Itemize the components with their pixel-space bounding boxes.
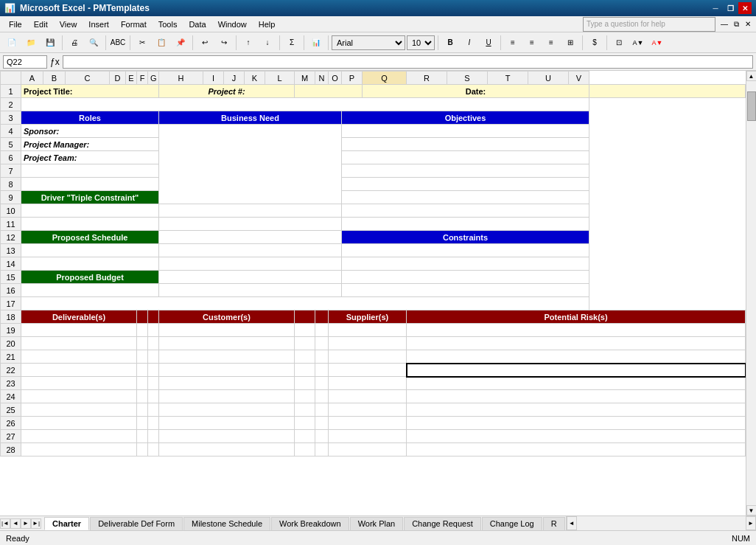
cell-cust-20[interactable]	[159, 337, 295, 350]
sum-button[interactable]: Σ	[283, 35, 301, 51]
cell-obj-10[interactable]	[342, 204, 589, 218]
menu-format[interactable]: Format	[115, 18, 153, 30]
sheet-tab-changelog[interactable]: Change Log	[482, 517, 542, 530]
cell-risk-20[interactable]	[407, 337, 746, 350]
col-header-u[interactable]: U	[528, 72, 569, 85]
font-name-combo[interactable]: Arial	[332, 35, 405, 50]
menu-tools[interactable]: Tools	[153, 18, 183, 30]
help-search[interactable]: Type a question for help	[583, 17, 715, 32]
scroll-left-button[interactable]: ◄	[567, 516, 577, 530]
formula-input[interactable]	[63, 55, 753, 69]
cell-q1[interactable]: Date:	[363, 85, 589, 98]
cell-del-22[interactable]	[21, 364, 137, 377]
scroll-thumb[interactable]	[747, 91, 756, 121]
scroll-down-button[interactable]: ▼	[746, 505, 757, 516]
cell-cust-21[interactable]	[159, 350, 295, 364]
col-header-r[interactable]: R	[407, 72, 447, 85]
cell-biz-13[interactable]	[159, 244, 342, 257]
cell-cust-22[interactable]	[159, 364, 295, 377]
col-header-p[interactable]: P	[342, 72, 363, 85]
col-header-k[interactable]: K	[245, 72, 265, 85]
scroll-up-button[interactable]: ▲	[746, 71, 757, 81]
cell-del-21[interactable]	[21, 350, 137, 364]
menu-view[interactable]: View	[54, 18, 83, 30]
currency-button[interactable]: $	[586, 35, 603, 51]
cell-con-16[interactable]	[342, 284, 589, 297]
cell-con-14[interactable]	[342, 257, 589, 271]
sheet-tab-deliverable[interactable]: Deliverable Def Form	[90, 517, 183, 530]
align-right-button[interactable]: ≡	[542, 35, 560, 51]
cell-a7[interactable]	[21, 164, 159, 178]
font-size-combo[interactable]: 10	[407, 35, 435, 50]
paste-button[interactable]: 📌	[172, 35, 189, 51]
cell-a11[interactable]	[21, 218, 159, 231]
cell-driver-header[interactable]: Driver "Triple Constraint"	[21, 191, 159, 204]
cell-biz-11[interactable]	[159, 218, 342, 231]
cell-a13[interactable]	[21, 244, 159, 257]
menu-file[interactable]: File	[3, 18, 28, 30]
menu-window[interactable]: Window	[212, 18, 253, 30]
borders-button[interactable]: ⊡	[610, 35, 628, 51]
cell-cust-19[interactable]	[159, 324, 295, 337]
cell-del-19[interactable]	[21, 324, 137, 337]
align-center-button[interactable]: ≡	[523, 35, 541, 51]
col-header-a[interactable]: A	[21, 72, 43, 85]
sheet-tab-r[interactable]: R	[543, 517, 565, 530]
scroll-right-button[interactable]: ►	[746, 516, 756, 530]
font-color-button[interactable]: A▼	[648, 35, 666, 51]
cell-business-need-header[interactable]: Business Need	[159, 111, 342, 125]
underline-button[interactable]: U	[480, 35, 497, 51]
close-app-btn[interactable]: ✕	[743, 20, 753, 29]
col-header-b[interactable]: B	[43, 72, 66, 85]
col-header-i[interactable]: I	[203, 72, 224, 85]
col-header-t[interactable]: T	[488, 72, 528, 85]
cell-constraints-header[interactable]: Constraints	[342, 231, 589, 244]
col-header-o[interactable]: O	[329, 72, 342, 85]
cell-a1[interactable]: Project Title:	[21, 85, 159, 98]
restore-button[interactable]: ❐	[724, 2, 737, 14]
cell-obj-5[interactable]	[342, 138, 589, 151]
undo-button[interactable]: ↩	[196, 35, 214, 51]
tab-nav-last[interactable]: ►|	[31, 518, 41, 529]
cell-customers-header[interactable]: Customer(s)	[159, 310, 295, 324]
close-button[interactable]: ✕	[738, 2, 752, 14]
cell-q22-selected[interactable]	[407, 364, 746, 377]
minimize-app-btn[interactable]: —	[718, 20, 730, 29]
cell-reference-box[interactable]	[3, 55, 47, 69]
cell-m1[interactable]	[295, 85, 363, 98]
sheet-tab-workbreakdown[interactable]: Work Breakdown	[271, 517, 349, 530]
cell-objectives-header[interactable]: Objectives	[342, 111, 589, 125]
vertical-scrollbar[interactable]: ▲ ▼	[746, 71, 756, 516]
cell-obj-4[interactable]	[342, 125, 589, 138]
cell-obj-9[interactable]	[342, 191, 589, 204]
sheet-tab-charter[interactable]: Charter	[44, 517, 89, 530]
cell-h1[interactable]: Project #:	[159, 85, 295, 98]
cell-del-20[interactable]	[21, 337, 137, 350]
tab-nav-prev[interactable]: ◄	[10, 518, 21, 529]
cell-con-13[interactable]	[342, 244, 589, 257]
cell-proposed-budget-header[interactable]: Proposed Budget	[21, 271, 159, 284]
sort-asc-button[interactable]: ↑	[239, 35, 257, 51]
sheet-tab-milestone[interactable]: Milestone Schedule	[183, 517, 270, 530]
cell-con-15[interactable]	[342, 271, 589, 284]
cell-suppliers-header[interactable]: Supplier(s)	[329, 310, 407, 324]
menu-edit[interactable]: Edit	[28, 18, 54, 30]
col-header-j[interactable]: J	[224, 72, 245, 85]
cell-sup-20[interactable]	[329, 337, 407, 350]
cell-obj-6[interactable]	[342, 151, 589, 164]
cell-a16[interactable]	[21, 284, 159, 297]
cell-biz-12[interactable]	[159, 231, 342, 244]
cell-sup-19[interactable]	[329, 324, 407, 337]
cell-a14[interactable]	[21, 257, 159, 271]
spell-button[interactable]: ABC	[109, 35, 127, 51]
cell-v1[interactable]	[589, 85, 746, 98]
cell-pm[interactable]: Project Manager:	[21, 138, 159, 151]
copy-button[interactable]: 📋	[153, 35, 170, 51]
col-header-c[interactable]: C	[66, 72, 110, 85]
cell-sup-22[interactable]	[329, 364, 407, 377]
menu-data[interactable]: Data	[183, 18, 211, 30]
cell-sup-21[interactable]	[329, 350, 407, 364]
cell-a2[interactable]	[21, 98, 589, 111]
cell-roles-header[interactable]: Roles	[21, 111, 159, 125]
preview-button[interactable]: 🔍	[85, 35, 102, 51]
